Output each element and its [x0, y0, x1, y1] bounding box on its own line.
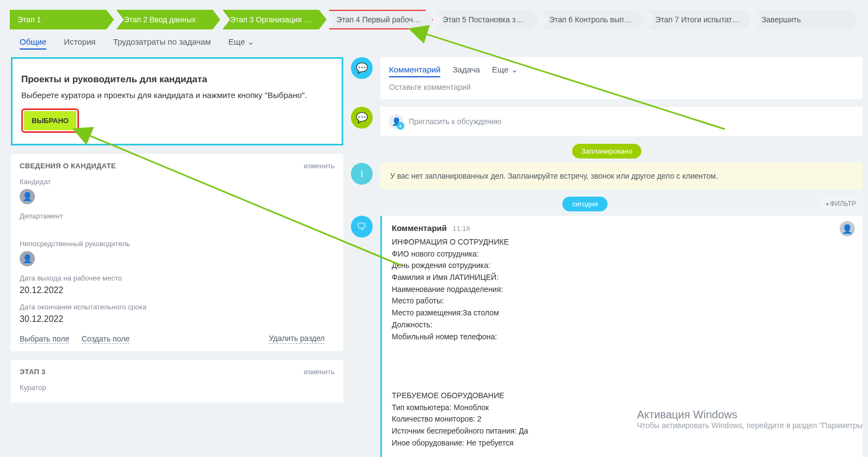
candidate-card-title: СВЕДЕНИЯ О КАНДИДАТЕ — [20, 162, 116, 170]
message-icon: 🗨 — [351, 216, 373, 237]
add-user-icon: 👤 — [389, 114, 403, 129]
no-items-banner: У вас нет запланированных дел. Запланиру… — [380, 163, 863, 189]
field-enddate-label: Дата окончания испытательного срока — [20, 303, 335, 311]
field-candidate-label: Кандидат — [20, 178, 335, 186]
stage-4[interactable]: Этап 4 Первый рабочий д... — [329, 10, 433, 29]
stage-5[interactable]: Этап 5 Постановка задачи — [435, 10, 539, 29]
stage-7[interactable]: Этап 7 Итоги испытатель... — [648, 10, 752, 29]
stage3-card: ЭТАП 3 изменить Куратор — [11, 360, 343, 403]
planned-badge: Запланировано — [572, 144, 641, 159]
minitab-task[interactable]: Задача — [452, 65, 479, 77]
comment-title: Комментарий — [392, 223, 447, 233]
filter-button[interactable]: ФИЛЬТР — [820, 197, 863, 211]
stage-1[interactable]: Этап 1 — [10, 10, 114, 29]
comment-time: 11:18 — [452, 224, 470, 233]
today-row: сегодня ФИЛЬТР — [351, 197, 863, 211]
field-startdate-value: 20.12.2022 — [20, 285, 335, 295]
tab-more[interactable]: Еще ⌄ — [228, 37, 254, 50]
field-supervisor-value[interactable]: 👤 — [20, 251, 335, 266]
user-icon: 👤 — [20, 189, 35, 204]
comment-input[interactable]: Оставьте комментарий — [389, 83, 854, 92]
selected-button-highlight: ВЫБРАНО — [21, 108, 79, 133]
candidate-change-link[interactable]: изменить — [304, 162, 335, 170]
stage-2[interactable]: Этап 2 Ввод данных — [116, 10, 220, 29]
field-candidate-value[interactable]: 👤 — [20, 189, 335, 204]
stage-bar: Этап 1 Этап 2 Ввод данных Этап 3 Организ… — [0, 0, 868, 35]
delete-section-link[interactable]: Удалить раздел — [269, 334, 325, 344]
comment-icon: 💬 — [351, 57, 373, 79]
minitab-comment[interactable]: Комментарий — [389, 65, 440, 77]
subtabs: Общие История Трудозатраты по задачам Ещ… — [0, 35, 868, 57]
windows-activation-watermark: Активация Windows Чтобы активировать Win… — [637, 409, 863, 430]
info-icon: i — [351, 163, 373, 185]
stage3-change-link[interactable]: изменить — [304, 368, 335, 376]
select-field-link[interactable]: Выбрать поле — [20, 334, 69, 344]
invite-text: Пригласить к обсуждению — [409, 117, 501, 126]
minitab-more[interactable]: Еще ⌄ — [492, 65, 518, 77]
highlight-title: Проекты и руководитель для кандидата — [21, 74, 333, 85]
discuss-icon: 💬 — [351, 107, 373, 129]
planned-badge-row: Запланировано — [351, 144, 863, 159]
tab-history[interactable]: История — [64, 37, 95, 50]
selected-button[interactable]: ВЫБРАНО — [24, 111, 76, 130]
field-supervisor-label: Непосредственный руководитель — [20, 240, 335, 248]
stage-6[interactable]: Этап 6 Контроль выполне... — [542, 10, 646, 29]
field-startdate-label: Дата выхода на рабочее место — [20, 274, 335, 282]
stage3-title: ЭТАП 3 — [20, 368, 46, 376]
field-enddate-value: 30.12.2022 — [20, 314, 335, 324]
candidate-card: СВЕДЕНИЯ О КАНДИДАТЕ изменить Кандидат 👤… — [11, 154, 343, 351]
comment-block: Комментарий Задача Еще ⌄ Оставьте коммен… — [380, 57, 863, 99]
stage-3[interactable]: Этап 3 Организация рабо... — [222, 10, 326, 29]
highlight-desc: Выберете куратора и проекты для кандидат… — [21, 90, 333, 100]
field-department-label: Департамент — [20, 212, 335, 220]
tab-general[interactable]: Общие — [20, 37, 46, 50]
avatar-icon: 👤 — [840, 221, 855, 236]
user-icon: 👤 — [20, 251, 35, 266]
invite-block[interactable]: 👤 Пригласить к обсуждению — [380, 107, 863, 136]
stage-finish[interactable]: Завершить — [754, 10, 858, 29]
field-curator-label: Куратор — [20, 383, 335, 392]
tab-labor[interactable]: Трудозатраты по задачам — [113, 37, 211, 50]
today-badge: сегодня — [562, 197, 608, 211]
highlight-card: Проекты и руководитель для кандидата Выб… — [11, 57, 343, 145]
create-field-link[interactable]: Создать поле — [82, 334, 130, 344]
